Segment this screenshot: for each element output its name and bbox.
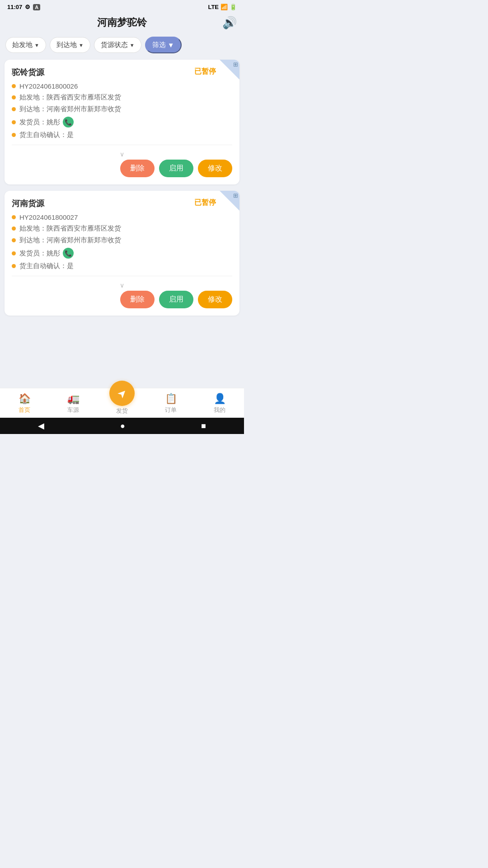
nav-order[interactable]: 📋 订单 bbox=[146, 388, 195, 418]
card-divider-2 bbox=[12, 276, 232, 276]
expand-icon-2[interactable]: ∨ bbox=[12, 282, 232, 289]
origin-dropdown-icon: ▼ bbox=[34, 42, 39, 48]
page-title: 河南梦驼铃 bbox=[97, 16, 147, 29]
home-button[interactable]: ● bbox=[120, 421, 125, 431]
signal-icon: 📶 bbox=[221, 4, 228, 10]
destination-filter-button[interactable]: 到达地 ▼ bbox=[50, 37, 90, 53]
dot-orderno-2 bbox=[12, 215, 16, 219]
status-right: LTE 📶 🔋 bbox=[208, 4, 237, 10]
card-status-2: 已暂停 bbox=[194, 198, 216, 208]
card-list: ⊞ 驼铃货源 已暂停 HY2024061800026 始发地：陕西省西安市雁塔区… bbox=[0, 58, 244, 388]
expand-icon-1[interactable]: ∨ bbox=[12, 151, 232, 158]
cargo-status-dropdown-icon: ▼ bbox=[130, 42, 135, 48]
delete-button-2[interactable]: 删除 bbox=[120, 291, 155, 308]
dot-origin-1 bbox=[12, 95, 16, 99]
card-divider-1 bbox=[12, 145, 232, 145]
edit-button-1[interactable]: 修改 bbox=[198, 160, 232, 177]
dot-dest-2 bbox=[12, 238, 16, 242]
auto-confirm-2: 货主自动确认：是 bbox=[12, 262, 232, 270]
destination-1: 到达地：河南省郑州市新郑市收货 bbox=[12, 105, 232, 113]
order-icon: 📋 bbox=[165, 393, 177, 405]
card-title-2: 河南货源 bbox=[12, 198, 44, 209]
origin-2: 始发地：陕西省西安市雁塔区发货 bbox=[12, 224, 232, 233]
cargo-status-filter-button[interactable]: 货源状态 ▼ bbox=[94, 37, 141, 53]
nav-carsource[interactable]: 🚛 车源 bbox=[49, 388, 98, 418]
carsource-icon: 🚛 bbox=[67, 393, 80, 405]
card-actions-1: 删除 启用 修改 bbox=[12, 160, 232, 184]
mine-icon: 👤 bbox=[214, 393, 226, 405]
ship-center-button[interactable]: ➤ bbox=[109, 381, 135, 406]
dot-confirm-1 bbox=[12, 133, 16, 137]
cargo-card-2: ⊞ 河南货源 已暂停 HY2024061800027 始发地：陕西省西安市雁塔区… bbox=[5, 191, 239, 316]
status-left: 11:07 ⚙ A bbox=[7, 4, 40, 10]
sender-1: 发货员：姚彤 📞 bbox=[12, 117, 232, 127]
status-bar: 11:07 ⚙ A LTE 📶 🔋 bbox=[0, 0, 244, 12]
status-time: 11:07 bbox=[7, 4, 22, 10]
card-actions-2: 删除 启用 修改 bbox=[12, 291, 232, 316]
order-no-1: HY2024061800026 bbox=[12, 82, 232, 90]
card-title-1: 驼铃货源 bbox=[12, 67, 44, 78]
settings-icon: ⚙ bbox=[25, 4, 30, 10]
origin-filter-button[interactable]: 始发地 ▼ bbox=[5, 37, 46, 53]
bottom-nav: 🏠 首页 🚛 车源 ➤ 发货 📋 订单 👤 我的 bbox=[0, 388, 244, 418]
ship-icon: ➤ bbox=[114, 386, 130, 401]
filter-funnel-icon: ▼ bbox=[168, 41, 174, 49]
destination-dropdown-icon: ▼ bbox=[79, 42, 84, 48]
sound-icon[interactable]: 🔊 bbox=[222, 16, 237, 30]
filter-button[interactable]: 筛选 ▼ bbox=[145, 37, 182, 53]
header: 河南梦驼铃 🔊 bbox=[0, 12, 244, 34]
font-icon: A bbox=[33, 4, 40, 10]
filter-bar: 始发地 ▼ 到达地 ▼ 货源状态 ▼ 筛选 ▼ bbox=[0, 34, 244, 58]
origin-1: 始发地：陕西省西安市雁塔区发货 bbox=[12, 93, 232, 102]
ship-label: 发货 bbox=[116, 407, 128, 415]
home-icon: 🏠 bbox=[19, 393, 31, 405]
qr-icon-2: ⊞ bbox=[233, 192, 238, 199]
dot-sender-2 bbox=[12, 251, 16, 255]
card-status-1: 已暂停 bbox=[194, 67, 216, 76]
destination-2: 到达地：河南省郑州市新郑市收货 bbox=[12, 236, 232, 245]
nav-home[interactable]: 🏠 首页 bbox=[0, 388, 49, 418]
dot-origin-2 bbox=[12, 226, 16, 231]
enable-button-2[interactable]: 启用 bbox=[159, 291, 193, 308]
lte-label: LTE bbox=[208, 4, 219, 10]
nav-mine[interactable]: 👤 我的 bbox=[195, 388, 244, 418]
edit-button-2[interactable]: 修改 bbox=[198, 291, 232, 308]
phone-icon-2[interactable]: 📞 bbox=[63, 248, 74, 259]
android-nav-bar: ◀ ● ■ bbox=[0, 418, 244, 434]
sender-2: 发货员：姚彤 📞 bbox=[12, 248, 232, 259]
battery-icon: 🔋 bbox=[230, 4, 237, 10]
auto-confirm-1: 货主自动确认：是 bbox=[12, 131, 232, 139]
order-no-2: HY2024061800027 bbox=[12, 213, 232, 221]
dot-confirm-2 bbox=[12, 264, 16, 268]
delete-button-1[interactable]: 删除 bbox=[120, 160, 155, 177]
dot-sender-1 bbox=[12, 120, 16, 124]
qr-icon-1: ⊞ bbox=[233, 61, 238, 68]
dot-orderno-1 bbox=[12, 84, 16, 88]
phone-icon-1[interactable]: 📞 bbox=[63, 117, 74, 127]
nav-ship[interactable]: ➤ 发货 bbox=[98, 388, 146, 418]
enable-button-1[interactable]: 启用 bbox=[159, 160, 193, 177]
dot-dest-1 bbox=[12, 107, 16, 111]
recent-button[interactable]: ■ bbox=[201, 421, 206, 431]
cargo-card-1: ⊞ 驼铃货源 已暂停 HY2024061800026 始发地：陕西省西安市雁塔区… bbox=[5, 60, 239, 184]
back-button[interactable]: ◀ bbox=[38, 421, 44, 431]
